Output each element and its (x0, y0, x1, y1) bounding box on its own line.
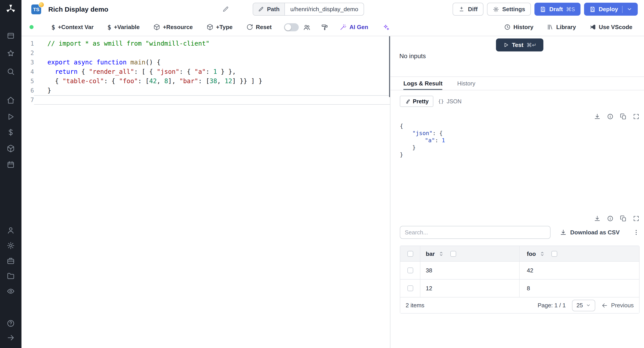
line-number: 4 (22, 67, 34, 76)
variables-icon[interactable] (0, 128, 22, 136)
line-number: 2 (22, 48, 34, 58)
dollar-icon: $ (108, 24, 111, 31)
reset-button[interactable]: Reset (246, 24, 272, 30)
save-icon (589, 6, 596, 12)
sparkles-icon[interactable] (382, 24, 390, 31)
path-button[interactable]: Path u/henri/rich_display_demo (253, 3, 364, 16)
cell-bar: 38 (420, 262, 519, 279)
tab-history[interactable]: History (457, 77, 476, 90)
add-type-button[interactable]: +Type (206, 24, 232, 30)
schedules-icon[interactable] (0, 160, 22, 169)
expand-icon[interactable] (633, 113, 640, 120)
select-all-cell (400, 246, 420, 261)
row-checkbox[interactable] (407, 286, 413, 291)
code-line[interactable]: 2 (22, 48, 390, 58)
table-row[interactable]: 3842 (400, 261, 639, 279)
tab-json[interactable]: {} JSON (434, 96, 466, 107)
table-header: bar foo (400, 246, 639, 261)
add-variable-button[interactable]: $ +Variable (108, 24, 140, 31)
code-line[interactable]: 5 { "table-col": { "foo": [42, 8], "bar"… (22, 76, 390, 86)
expand-sidebar-icon[interactable] (0, 334, 22, 342)
result-json-line: "a": 1 (400, 137, 640, 144)
result-json-line: } (400, 151, 640, 158)
editor-toolbar: $ +Context Var $ +Variable +Resource +Ty… (22, 18, 644, 36)
settings-icon[interactable] (0, 242, 22, 250)
audit-logs-icon[interactable] (0, 287, 22, 295)
column-checkbox[interactable] (450, 251, 456, 256)
draft-button[interactable]: Draft ⌘S (535, 3, 580, 16)
format-code-icon[interactable] (321, 24, 328, 31)
history-button[interactable]: History (504, 24, 534, 30)
download-csv-button[interactable]: Download as CSV (560, 229, 620, 236)
test-button[interactable]: Test ⌘↵ (496, 38, 544, 52)
library-button[interactable]: Library (547, 24, 576, 30)
toolbar-right: History Library Use VScode (504, 24, 632, 30)
brush-icon (405, 99, 410, 104)
library-icon (547, 24, 554, 30)
info-icon[interactable] (607, 215, 614, 222)
column-checkbox[interactable] (552, 251, 557, 256)
settings-button[interactable]: Settings (487, 3, 531, 16)
ai-gen-button[interactable]: AI Gen (340, 24, 368, 30)
tab-pretty[interactable]: Pretty (400, 96, 434, 107)
download-icon[interactable] (594, 215, 600, 222)
clock-icon (504, 24, 511, 30)
gear-icon (493, 6, 499, 12)
use-vscode-button[interactable]: Use VScode (590, 24, 632, 30)
code-line[interactable]: 7 (22, 95, 390, 105)
folders-icon[interactable] (0, 272, 22, 280)
favorites-icon[interactable] (0, 49, 22, 57)
package-icon (154, 24, 160, 30)
expand-icon[interactable] (633, 215, 640, 222)
search-input[interactable] (400, 226, 550, 239)
code-line[interactable]: 6} (22, 86, 390, 95)
search-icon[interactable] (0, 68, 22, 76)
diff-button[interactable]: Diff (453, 3, 484, 16)
deploy-button[interactable]: Deploy (584, 3, 638, 16)
pencil-icon[interactable] (222, 6, 229, 14)
windmill-logo[interactable] (0, 4, 22, 14)
runs-icon[interactable] (0, 113, 22, 121)
add-resource-button[interactable]: +Resource (154, 24, 193, 30)
page-indicator: Page: 1 / 1 (538, 302, 566, 309)
add-context-var-button[interactable]: $ +Context Var (52, 24, 94, 31)
page-size-select[interactable]: 25 (572, 300, 596, 311)
multiplayer-icon[interactable] (304, 24, 310, 31)
code-line[interactable]: 1// import * as wmill from "windmill-cli… (22, 39, 390, 48)
chevron-down-icon (586, 303, 591, 308)
vscode-icon (590, 24, 596, 30)
code-line[interactable]: 4 return { "render_all": [ { "json": { "… (22, 67, 390, 76)
download-icon[interactable] (594, 113, 600, 120)
tab-logs-result[interactable]: Logs & Result (404, 77, 442, 90)
copy-icon[interactable] (620, 113, 626, 120)
resources-icon[interactable] (0, 144, 22, 152)
row-checkbox[interactable] (407, 268, 413, 273)
result-table: bar foo 3842128 2 i (400, 246, 640, 314)
sort-icon[interactable] (539, 251, 545, 256)
arrow-left-icon (602, 302, 608, 308)
table-row[interactable]: 128 (400, 279, 639, 297)
result-actions (400, 113, 640, 120)
home-icon[interactable] (0, 96, 22, 104)
users-icon[interactable] (0, 226, 22, 234)
content-split: 1// import * as wmill from "windmill-cli… (22, 36, 644, 348)
kebab-menu-icon[interactable] (633, 229, 640, 236)
previous-page-button[interactable]: Previous (602, 302, 634, 309)
help-icon[interactable] (0, 319, 22, 328)
cell-bar: 12 (420, 280, 519, 297)
sort-icon[interactable] (438, 251, 444, 256)
row-checkbox-cell (400, 262, 420, 279)
apps-icon[interactable] (0, 32, 22, 40)
copy-icon[interactable] (620, 215, 626, 222)
workers-icon[interactable] (0, 257, 22, 265)
save-icon (540, 6, 546, 12)
multiplayer-toggle[interactable] (284, 23, 299, 31)
code-editor[interactable]: 1// import * as wmill from "windmill-cli… (22, 36, 390, 348)
result-json-line: "json": { (400, 130, 640, 137)
editor-scrollbar[interactable] (389, 36, 390, 97)
code-line[interactable]: 3export async function main() { (22, 58, 390, 67)
items-count: 2 items (406, 302, 424, 309)
column-header-bar: bar (420, 246, 519, 261)
select-all-checkbox[interactable] (407, 251, 413, 256)
info-icon[interactable] (607, 113, 614, 120)
